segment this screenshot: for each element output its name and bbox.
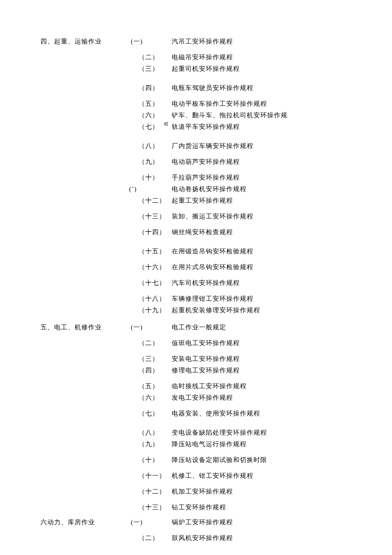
toc-item-title: 变电设备缺陷处理安环操作规程 bbox=[172, 430, 373, 436]
toc-item-number: （八） bbox=[138, 143, 172, 149]
toc-row: （十一）机修工、钳工安环操作规程 bbox=[138, 473, 373, 479]
toc-item-title: 钢丝绳安环检查规程 bbox=[172, 229, 373, 235]
toc-section: 五、电工、机修作业 (一)电工作业一般规定（二）值班电工安环操作规程（三）安装电… bbox=[40, 324, 373, 511]
section-items: (一)汽吊工安环操作规程（二）电磁吊安环操作规程（三）起重司机安环操作规程（四）… bbox=[138, 38, 373, 314]
toc-section: 四、起重、运输作业 (一)汽吊工安环操作规程（二）电磁吊安环操作规程（三）起重司… bbox=[40, 38, 373, 314]
toc-item-title: 汽吊工安环操作规程 bbox=[172, 38, 373, 45]
toc-item-number: （五） bbox=[138, 101, 172, 107]
toc-row: （九）降压站电气运行操作规程 bbox=[138, 441, 373, 447]
toc-item-number: （三） bbox=[138, 66, 172, 72]
toc-row: （三）起重司机安环操作规程 bbox=[138, 66, 373, 72]
toc-item-title: 电磁吊安环操作规程 bbox=[172, 54, 373, 61]
toc-item-title: 手拉葫芦安环操作规程 bbox=[172, 174, 373, 181]
toc-row: （十八）车辆修理钳工安环操作规程 bbox=[138, 296, 373, 302]
toc-item-title: 在用片式吊钩安环检验规程 bbox=[172, 264, 373, 270]
toc-row: （二）鼓风机安环操作规程 bbox=[138, 535, 373, 541]
toc-item-number: (一) bbox=[131, 324, 172, 331]
toc-row: （十五）在用锻造吊钩安环检验规程 bbox=[138, 248, 373, 255]
toc-item-number: （二） bbox=[138, 54, 172, 61]
section-heading: 六动力、库房作业 bbox=[40, 519, 138, 526]
toc-item-number: （二） bbox=[138, 340, 172, 346]
toc-item-title: 轨道平车安环操作规程 bbox=[172, 124, 373, 130]
toc-item-number: （九） bbox=[138, 159, 172, 165]
toc-item-number: （十五） bbox=[138, 248, 172, 255]
toc-row: （十九）起重机安装修理安环操作规程 bbox=[138, 307, 373, 314]
toc-item-title: 汽车司机安环操作规程 bbox=[172, 280, 373, 286]
toc-row: （十三）钻工安环操作规程 bbox=[138, 504, 373, 511]
toc-row: （四）电瓶车驾驶员安环操作规程 bbox=[138, 85, 373, 91]
toc-item-title: 电器安装、使用安环操作规程 bbox=[172, 410, 373, 417]
toc-item-number: （十） bbox=[138, 457, 172, 463]
toc-row: （十二）起重工安环操作规程 bbox=[138, 198, 373, 204]
toc-row: （十）手拉葫芦安环操作规程 bbox=[138, 174, 373, 181]
toc-item-title: 锅炉工安环操作规程 bbox=[172, 519, 373, 526]
toc-item-title: 安装电工安环操作规程 bbox=[172, 356, 373, 362]
toc-item-number: （二） bbox=[138, 535, 172, 541]
toc-row: （二）电磁吊安环操作规程 bbox=[138, 54, 373, 61]
section-heading: 五、电工、机修作业 bbox=[40, 324, 138, 331]
toc-row: （三）安装电工安环操作规程 bbox=[138, 356, 373, 362]
toc-row: （十七）汽车司机安环操作规程 bbox=[138, 280, 373, 286]
toc-item-title: 降压站电气运行操作规程 bbox=[172, 441, 373, 447]
toc-row: （九）电动葫芦安环操作规程 bbox=[138, 159, 373, 165]
toc-row: (一)汽吊工安环操作规程 bbox=[138, 38, 373, 45]
toc-item-number: （十四） bbox=[138, 229, 172, 235]
toc-item-title: 在用锻造吊钩安环检验规程 bbox=[172, 248, 373, 255]
toc-row: （十四）钢丝绳安环检查规程 bbox=[138, 229, 373, 235]
toc-item-number: （十八） bbox=[138, 296, 172, 302]
toc-item-title: 车辆修理钳工安环操作规程 bbox=[172, 296, 373, 302]
toc-row: （五）电动平板车操作工安环操作规程 bbox=[138, 101, 373, 107]
toc-item-number: （十九） bbox=[138, 307, 172, 314]
toc-item-title: 装卸、搬运工安环操作规程 bbox=[172, 213, 373, 220]
toc-item-number: (一) bbox=[131, 38, 172, 45]
toc-item-title: 电瓶车驾驶员安环操作规程 bbox=[172, 85, 373, 91]
toc-item-title: 机修工、钳工安环操作规程 bbox=[172, 473, 373, 479]
toc-item-number: （十三） bbox=[138, 504, 172, 511]
toc-row: （六）铲车、翻斗车、拖拉机司机安环操作规 bbox=[138, 112, 373, 119]
toc-item-note: 程 bbox=[164, 122, 168, 126]
toc-item-number: （十） bbox=[138, 174, 172, 181]
toc-item-number: （五） bbox=[138, 383, 172, 389]
toc-row: (一)锅炉工安环操作规程 bbox=[138, 519, 373, 526]
section-heading: 四、起重、运输作业 bbox=[40, 38, 138, 45]
toc-item-number: （十六） bbox=[138, 264, 172, 270]
toc-item-title: 电工作业一般规定 bbox=[172, 324, 373, 331]
toc-item-number: （八） bbox=[138, 430, 172, 436]
toc-row: （六）发电工安环操作规程 bbox=[138, 395, 373, 401]
toc-row: （八）变电设备缺陷处理安环操作规程 bbox=[138, 430, 373, 436]
toc-item-title: 发电工安环操作规程 bbox=[172, 395, 373, 401]
toc-item-number: （三） bbox=[138, 356, 172, 362]
toc-item-title: 起重工安环操作规程 bbox=[172, 198, 373, 204]
toc-item-title: 电动平板车操作工安环操作规程 bbox=[172, 101, 373, 107]
toc-item-number: （十二） bbox=[138, 198, 172, 204]
toc-row: （七）电器安装、使用安环操作规程 bbox=[138, 410, 373, 417]
toc-section: 六动力、库房作业 (一)锅炉工安环操作规程（二）鼓风机安环操作规程 bbox=[40, 519, 373, 541]
toc-row: （十三）装卸、搬运工安环操作规程 bbox=[138, 213, 373, 220]
toc-item-number: （七） bbox=[138, 410, 172, 417]
toc-row: (ˆ)电动卷扬机安环操作规程 bbox=[138, 186, 373, 192]
toc-item-title: 电动卷扬机安环操作规程 bbox=[172, 186, 373, 192]
toc-row: （十二）机加工安环操作规程 bbox=[138, 488, 373, 495]
toc-row: （十）降压站设备定期试验和切换时限 bbox=[138, 457, 373, 463]
toc-item-number: （六） bbox=[138, 395, 172, 401]
toc-row: （十六）在用片式吊钩安环检验规程 bbox=[138, 264, 373, 270]
toc-item-title: 鼓风机安环操作规程 bbox=[172, 535, 373, 541]
toc-item-number: （十一） bbox=[138, 473, 172, 479]
toc-item-title: 机加工安环操作规程 bbox=[172, 488, 373, 495]
toc-row: （八）厂内货运车辆安环操作规程 bbox=[138, 143, 373, 149]
toc-item-number: （四） bbox=[138, 85, 172, 91]
section-items: (一)电工作业一般规定（二）值班电工安环操作规程（三）安装电工安环操作规程（四）… bbox=[138, 324, 373, 511]
toc-item-title: 临时接线工安环操作规程 bbox=[172, 383, 373, 389]
toc-page: 四、起重、运输作业 (一)汽吊工安环操作规程（二）电磁吊安环操作规程（三）起重司… bbox=[40, 38, 373, 541]
toc-item-number: （十二） bbox=[138, 488, 172, 495]
toc-item-title: 钻工安环操作规程 bbox=[172, 504, 373, 511]
toc-item-title: 电动葫芦安环操作规程 bbox=[172, 159, 373, 165]
toc-row: （七）程轨道平车安环操作规程 bbox=[138, 124, 373, 130]
toc-item-number: （六） bbox=[138, 112, 172, 119]
toc-item-title: 值班电工安环操作规程 bbox=[172, 340, 373, 346]
section-items: (一)锅炉工安环操作规程（二）鼓风机安环操作规程 bbox=[138, 519, 373, 541]
toc-item-number: (ˆ) bbox=[129, 186, 172, 192]
toc-item-number: （四） bbox=[138, 367, 172, 374]
toc-item-title: 铲车、翻斗车、拖拉机司机安环操作规 bbox=[172, 112, 373, 119]
toc-row: (一)电工作业一般规定 bbox=[138, 324, 373, 331]
